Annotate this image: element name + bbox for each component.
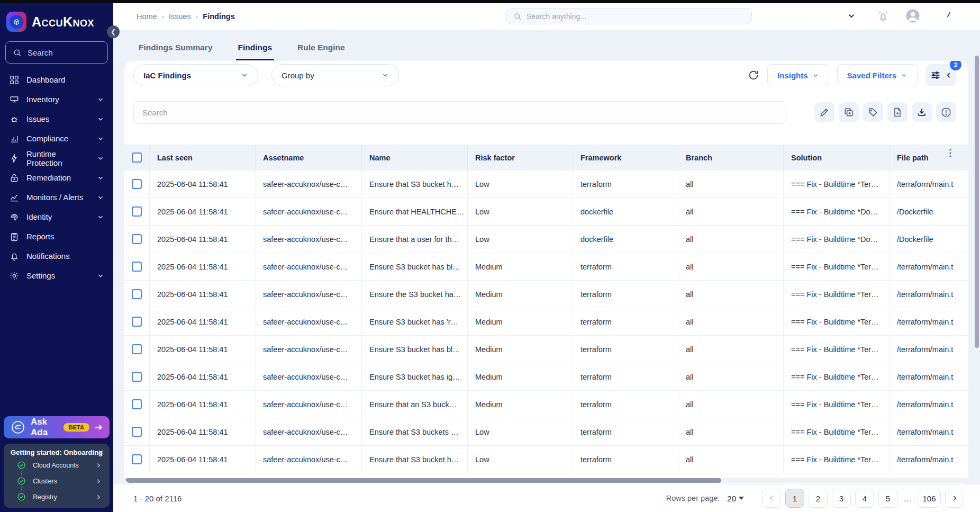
column-header[interactable]: Branch: [678, 145, 784, 170]
cell-branch: all: [678, 418, 784, 445]
insights-button[interactable]: Insights: [767, 64, 829, 86]
sidebar-item-identity[interactable]: Identity: [0, 207, 113, 227]
cell-last-seen: 2025-06-04 11:58:41: [150, 253, 256, 280]
vertical-scrollbar-thumb[interactable]: [975, 56, 979, 348]
cell-name: Ensure the S3 bucket ha…: [362, 281, 468, 308]
table-search-input[interactable]: Search: [133, 101, 786, 124]
column-menu-kebab-icon[interactable]: [946, 148, 955, 158]
column-header[interactable]: Risk factor: [468, 145, 573, 170]
sidebar-item-monitors-alerts[interactable]: Monitors / Alerts: [0, 187, 113, 207]
table-row[interactable]: 2025-06-04 11:58:41safeer-accuknox/use-c…: [124, 198, 968, 226]
row-checkbox[interactable]: [132, 317, 142, 327]
edit-icon[interactable]: [814, 102, 834, 122]
cell-branch: all: [678, 198, 784, 225]
tab-findings[interactable]: Findings: [236, 43, 275, 60]
cell-assetname: safeer-accuknox/use-c…: [256, 418, 362, 445]
sidebar-item-settings[interactable]: Settings: [0, 266, 113, 285]
next-page-button[interactable]: [945, 489, 964, 508]
page-button-4[interactable]: 4: [855, 489, 874, 508]
cell-file-path: /terraform/main.t: [890, 418, 968, 445]
table-row[interactable]: 2025-06-04 11:58:41safeer-accuknox/use-c…: [124, 226, 968, 253]
column-header[interactable]: File path: [890, 145, 968, 170]
sidebar-item-compliance[interactable]: Compliance: [0, 129, 113, 148]
chevron-down-icon: [382, 71, 389, 79]
global-search-input[interactable]: Search anything...: [506, 8, 752, 24]
close-icon[interactable]: ✕: [98, 448, 104, 456]
alert-info-icon[interactable]: [936, 102, 956, 122]
row-checkbox[interactable]: [132, 454, 142, 464]
notifications-bell-icon[interactable]: [875, 8, 891, 24]
rows-per-page-select[interactable]: 20: [727, 494, 744, 503]
row-checkbox[interactable]: [132, 427, 142, 437]
table-row[interactable]: 2025-06-04 11:58:41safeer-accuknox/use-c…: [124, 253, 968, 281]
cell-solution: === Fix - Buildtime *Ter…: [784, 253, 890, 280]
cell-solution: === Fix - Buildtime *Ter…: [784, 391, 890, 418]
chevron-down-icon[interactable]: [847, 11, 856, 21]
page-button-106[interactable]: 106: [918, 489, 941, 508]
tag-icon[interactable]: [863, 102, 883, 122]
row-checkbox[interactable]: [132, 344, 142, 354]
previous-page-button[interactable]: [762, 489, 781, 508]
column-header[interactable]: Framework: [573, 145, 678, 170]
refresh-icon[interactable]: [748, 69, 759, 81]
file-add-icon[interactable]: [887, 102, 908, 122]
onboarding-item-cloud-accounts[interactable]: Cloud Accounts: [10, 460, 104, 471]
table-row[interactable]: 2025-06-04 11:58:41safeer-accuknox/use-c…: [124, 418, 968, 446]
brand-name: AccuKnox: [32, 14, 94, 30]
table-row[interactable]: 2025-06-04 11:58:41safeer-accuknox/use-c…: [124, 391, 968, 418]
sidebar-item-remediation[interactable]: Remediation: [0, 168, 113, 187]
horizontal-scrollbar-thumb[interactable]: [125, 478, 721, 483]
tab-rule-engine[interactable]: Rule Engine: [295, 43, 347, 60]
table-actions: [814, 102, 956, 122]
group-by-dropdown[interactable]: Group by: [271, 64, 399, 86]
sidebar-collapse-button[interactable]: ❮: [107, 25, 120, 38]
row-checkbox[interactable]: [132, 399, 142, 409]
tenant-select-underline[interactable]: [766, 23, 812, 23]
sidebar-search-input[interactable]: Search: [5, 41, 108, 64]
sidebar-item-inventory[interactable]: Inventory: [0, 89, 113, 109]
row-checkbox[interactable]: [132, 234, 142, 244]
brand-logo[interactable]: AccuKnox: [0, 3, 113, 38]
table-row[interactable]: 2025-06-04 11:58:41safeer-accuknox/use-c…: [124, 170, 968, 198]
breadcrumb-home[interactable]: Home: [137, 12, 157, 21]
user-avatar[interactable]: [905, 8, 921, 24]
sidebar-item-issues[interactable]: Issues: [0, 109, 113, 129]
column-header[interactable]: Last seen: [150, 145, 256, 170]
page-button-2[interactable]: 2: [809, 489, 828, 508]
page-button-5[interactable]: 5: [878, 489, 897, 508]
column-header[interactable]: Name: [362, 145, 468, 170]
sidebar-item-reports[interactable]: Reports: [0, 227, 113, 246]
row-checkbox[interactable]: [132, 372, 142, 382]
column-header[interactable]: Assetname: [256, 145, 362, 170]
sidebar-item-dashboard[interactable]: Dashboard: [0, 70, 113, 89]
row-checkbox[interactable]: [132, 179, 142, 189]
saved-filters-button[interactable]: Saved Filters: [837, 64, 918, 86]
row-checkbox[interactable]: [132, 289, 142, 299]
table-row[interactable]: 2025-06-04 11:58:41safeer-accuknox/use-c…: [124, 336, 968, 363]
page-button-1[interactable]: 1: [785, 489, 804, 508]
cell-last-seen: 2025-06-04 11:58:41: [150, 418, 256, 445]
row-checkbox[interactable]: [132, 206, 142, 217]
cell-framework: terraform: [573, 446, 678, 473]
tab-findings-summary[interactable]: Findings Summary: [137, 43, 215, 60]
table-row[interactable]: 2025-06-04 11:58:41safeer-accuknox/use-c…: [124, 281, 968, 308]
caret-down-icon: [739, 497, 744, 500]
sidebar-item-notifications[interactable]: Notifications: [0, 246, 113, 266]
finding-type-dropdown[interactable]: IaC Findings: [133, 64, 258, 86]
cell-assetname: safeer-accuknox/use-c…: [256, 198, 362, 225]
onboarding-item-registry[interactable]: Registry: [10, 491, 104, 502]
onboarding-item-clusters[interactable]: Clusters: [10, 475, 104, 487]
column-header[interactable]: Solution: [784, 145, 890, 170]
breadcrumb-issues[interactable]: Issues: [169, 12, 191, 21]
table-row[interactable]: 2025-06-04 11:58:41safeer-accuknox/use-c…: [124, 446, 968, 473]
filter-settings-button[interactable]: 2: [925, 64, 956, 86]
ask-ada-button[interactable]: Ask Ada BETA ➔: [4, 416, 110, 438]
download-icon[interactable]: [912, 102, 932, 122]
table-row[interactable]: 2025-06-04 11:58:41safeer-accuknox/use-c…: [124, 363, 968, 391]
select-all-checkbox[interactable]: [132, 152, 142, 163]
row-checkbox[interactable]: [132, 262, 142, 272]
copy-add-icon[interactable]: [839, 102, 859, 122]
sidebar-item-runtime-protection[interactable]: Runtime Protection: [0, 148, 113, 168]
table-row[interactable]: 2025-06-04 11:58:41safeer-accuknox/use-c…: [124, 308, 968, 336]
page-button-3[interactable]: 3: [832, 489, 851, 508]
